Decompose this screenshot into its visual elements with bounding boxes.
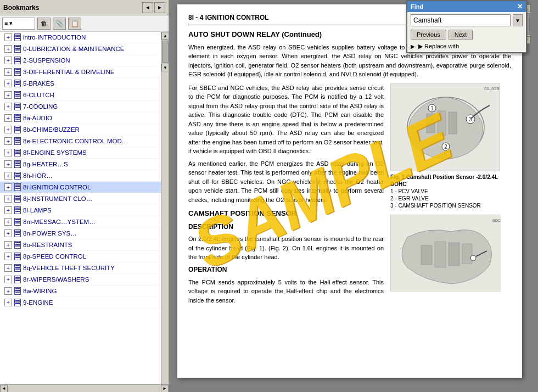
bookmark-expand-icon[interactable]: + <box>4 45 12 53</box>
bookmark-item[interactable]: +0-LUBRICATION & MAINTENANCE <box>0 43 161 55</box>
bookmark-expand-icon[interactable]: + <box>4 264 12 272</box>
bookmark-expand-icon[interactable]: + <box>4 183 12 191</box>
bookmark-label: 8r-WIPERS/WASHERS <box>23 276 89 283</box>
nav-forward-button[interactable]: ► <box>154 2 165 13</box>
document-panel: Find ✕ ▼ Previous Next ▶ ▶ Replace with … <box>169 0 538 392</box>
bookmarks-scrollbar[interactable]: ▲ ▼ <box>161 32 169 384</box>
image-column: 3 1 2 <box>390 83 511 308</box>
bookmark-page-icon <box>14 241 21 249</box>
bookmark-expand-icon[interactable]: + <box>4 218 12 226</box>
engine-diagram-2-svg: 80C1de0 <box>391 215 501 292</box>
bookmark-icon[interactable]: 📎 <box>53 18 66 30</box>
bookmark-expand-icon[interactable]: + <box>4 287 12 295</box>
bookmark-item[interactable]: +8j-INSTRUMENT CLO… <box>0 193 161 205</box>
scroll-left-arrow[interactable]: ◄ <box>0 385 8 393</box>
bookmark-item[interactable]: +8h-HOR… <box>0 170 161 182</box>
svg-text:1: 1 <box>430 105 434 111</box>
bookmark-expand-icon[interactable]: + <box>4 33 12 41</box>
bookmark-item[interactable]: +8p-SPEED CONTROL <box>0 251 161 262</box>
bookmark-expand-icon[interactable]: + <box>4 276 12 283</box>
bookmark-item[interactable]: +8o-RESTRAINTS <box>0 239 161 251</box>
find-search-input[interactable] <box>411 14 511 26</box>
properties-icon[interactable]: 📋 <box>68 18 81 30</box>
bookmark-item[interactable]: +8a-AUDIO <box>0 113 161 124</box>
bookmark-expand-icon[interactable]: + <box>4 103 12 110</box>
find-dropdown-arrow[interactable]: ▼ <box>513 14 523 26</box>
bookmarks-view-dropdown[interactable]: ≡ ▾ <box>2 18 35 30</box>
bookmark-label: 2-SUSPENSION <box>23 57 70 64</box>
page-content: SAMPLE 8I - 4 IGNITION CONTROL PT AUTO S… <box>177 4 522 378</box>
bookmark-item[interactable]: +9-ENGINE <box>0 297 161 309</box>
bookmark-item[interactable]: +7-COOLING <box>0 101 161 113</box>
bookmark-label: 8e-ELECTRONIC CONTROL MOD… <box>23 138 128 144</box>
nav-back-button[interactable]: ◄ <box>142 2 153 13</box>
operation-label: OPERATION <box>188 265 384 275</box>
scroll-thumb[interactable] <box>162 41 169 63</box>
find-next-button[interactable]: Next <box>449 30 473 40</box>
bookmark-item[interactable]: +8l-LAMPS <box>0 205 161 216</box>
bookmarks-toolbar: ≡ ▾ 🗑 📎 📋 <box>0 15 169 32</box>
bookmark-expand-icon[interactable]: + <box>4 241 12 249</box>
bookmark-item[interactable]: +8w-WIRING <box>0 285 161 297</box>
bookmark-item[interactable]: +8e-ELECTRONIC CONTROL MOD… <box>0 136 161 147</box>
operation-text: The PCM sends approximately 5 volts to t… <box>188 278 384 305</box>
bookmark-expand-icon[interactable]: + <box>4 172 12 180</box>
bookmark-item[interactable]: +8g-HEATER…S <box>0 159 161 170</box>
bookmark-expand-icon[interactable]: + <box>4 114 12 122</box>
bookmark-item[interactable]: +8q-VEHICLE THEFT SECURITY <box>0 262 161 274</box>
bookmark-expand-icon[interactable]: + <box>4 91 12 99</box>
bookmarks-bottom-scrollbar[interactable]: ◄ ► <box>0 384 169 392</box>
bookmark-item[interactable]: +8r-WIPERS/WASHERS <box>0 274 161 285</box>
bookmark-expand-icon[interactable]: + <box>4 229 12 237</box>
scroll-right-arrow[interactable]: ► <box>161 385 169 393</box>
bookmark-item[interactable]: +6-CLUTCH <box>0 89 161 101</box>
bookmark-item[interactable]: +8i-IGNITION CONTROL <box>0 182 161 193</box>
bookmark-expand-icon[interactable]: + <box>4 206 12 214</box>
bookmark-page-icon <box>14 218 21 226</box>
bookmark-expand-icon[interactable]: + <box>4 80 12 87</box>
svg-text:2: 2 <box>444 144 447 150</box>
bookmark-expand-icon[interactable]: + <box>4 253 12 260</box>
bookmark-item[interactable]: +8m-MESSAG…YSTEM… <box>0 216 161 228</box>
bookmark-page-icon <box>14 149 21 156</box>
find-previous-button[interactable]: Previous <box>411 30 446 40</box>
bookmark-item[interactable]: +8n-POWER SYS… <box>0 228 161 239</box>
bookmark-page-icon <box>14 126 21 133</box>
scroll-track <box>161 41 169 63</box>
bookmark-expand-icon[interactable]: + <box>4 126 12 133</box>
bookmark-expand-icon[interactable]: + <box>4 160 12 168</box>
bookmark-item[interactable]: +8b-CHIME/BUZZER <box>0 124 161 136</box>
bookmark-expand-icon[interactable]: + <box>4 57 12 64</box>
find-title: Find <box>411 3 423 10</box>
bookmark-expand-icon[interactable]: + <box>4 195 12 203</box>
bookmark-page-icon <box>14 183 21 191</box>
description-text: On 2.0/2.4L engines the camshaft positio… <box>188 234 384 262</box>
bookmark-item[interactable]: +2-SUSPENSION <box>0 55 161 66</box>
bookmark-expand-icon[interactable]: + <box>4 149 12 156</box>
delete-icon[interactable]: 🗑 <box>37 18 51 30</box>
bookmark-page-icon <box>14 276 21 283</box>
find-toolbar: Find ✕ ▼ Previous Next ▶ ▶ Replace with <box>406 0 527 53</box>
bookmark-label: 7-COOLING <box>23 103 58 110</box>
replace-expand-icon[interactable]: ▶ <box>411 43 415 49</box>
legend-1: 1 - PCV VALVE <box>390 188 428 194</box>
scroll-up-arrow[interactable]: ▲ <box>161 32 169 40</box>
bookmark-expand-icon[interactable]: + <box>4 68 12 76</box>
bookmark-item[interactable]: +5-BRAKES <box>0 78 161 89</box>
bookmark-label: 8f-ENGINE SYSTEMS <box>23 149 87 156</box>
bookmark-expand-icon[interactable]: + <box>4 299 12 306</box>
find-replace-row[interactable]: ▶ ▶ Replace with <box>407 42 526 52</box>
bookmark-label: 8l-LAMPS <box>23 207 52 214</box>
find-close-button[interactable]: ✕ <box>517 3 523 10</box>
find-input-row: ▼ <box>407 12 526 29</box>
bookmark-page-icon <box>14 206 21 214</box>
bookmark-item[interactable]: +intro-INTRODUCTION <box>0 32 161 43</box>
scroll-down-arrow[interactable]: ▼ <box>161 64 169 71</box>
bookmark-item[interactable]: +8f-ENGINE SYSTEMS <box>0 147 161 159</box>
document-content: SAMPLE 8I - 4 IGNITION CONTROL PT AUTO S… <box>169 0 538 392</box>
svg-text:80-4l3B5: 80-4l3B5 <box>484 86 500 91</box>
figure-1-title: Fig. 1 Camshaft Position Sensor -2.0/2.4… <box>390 174 498 187</box>
bookmark-expand-icon[interactable]: + <box>4 137 12 145</box>
bookmark-label: 6-CLUTCH <box>23 92 54 98</box>
bookmark-item[interactable]: +3-DIFFERENTIAL & DRIVELINE <box>0 66 161 78</box>
